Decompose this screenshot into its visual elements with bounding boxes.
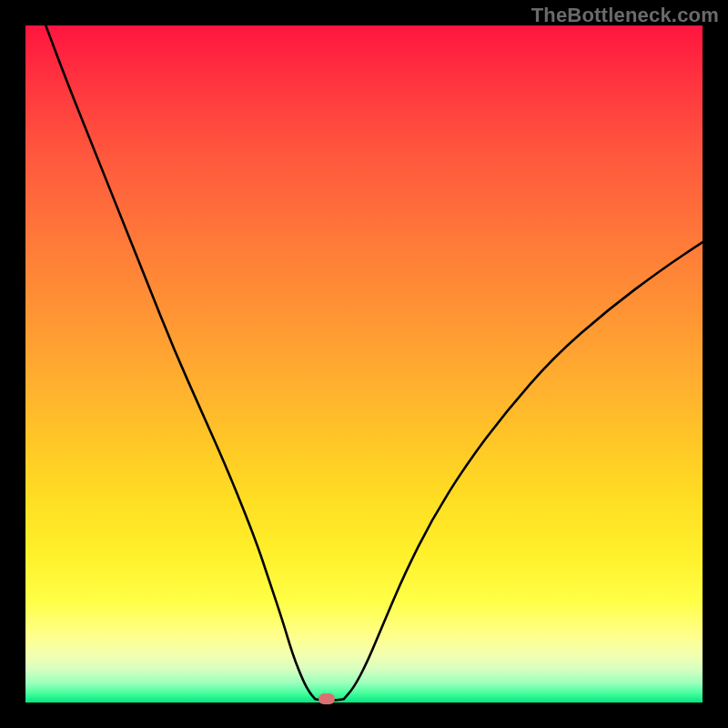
chart-frame: TheBottleneck.com	[0, 0, 728, 728]
optimum-marker	[318, 693, 335, 704]
watermark-text: TheBottleneck.com	[531, 4, 719, 27]
bottleneck-curve	[46, 25, 703, 701]
curve-svg	[25, 25, 703, 703]
plot-area	[25, 25, 703, 703]
